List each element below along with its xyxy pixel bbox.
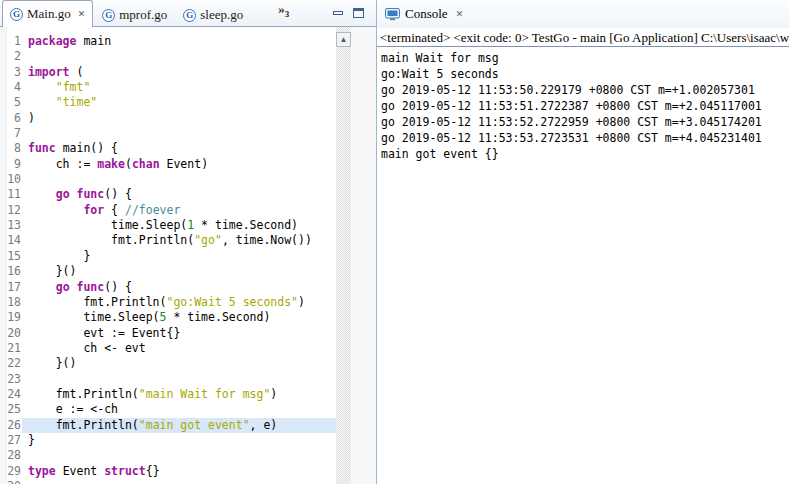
console-output-line: go 2019-05-12 11:53:52.2722959 +0800 CST…	[381, 114, 785, 130]
tab-label: sleep.go	[200, 7, 243, 23]
code-line-10[interactable]	[22, 172, 336, 187]
tab-console[interactable]: Console ✕	[377, 6, 471, 22]
code-editor: 1234567891011121314151617181920212223242…	[0, 27, 376, 484]
line-number: 25	[0, 402, 21, 417]
code-line-24[interactable]: fmt.Println("main Wait for msg")	[22, 387, 336, 402]
code-line-13[interactable]: time.Sleep(1 * time.Second)	[22, 218, 336, 233]
code-line-27[interactable]: }	[22, 433, 336, 448]
line-number: 14	[0, 233, 21, 248]
line-number: 6	[0, 111, 21, 126]
code-line-9[interactable]: ch := make(chan Event)	[22, 157, 336, 172]
editor-tab-mprof-go[interactable]: Gmprof.go	[95, 3, 174, 27]
line-number: 1	[0, 34, 21, 49]
console-panel: Console ✕ <terminated> <exit code: 0> Te…	[376, 0, 789, 484]
line-number: 27	[0, 433, 21, 448]
line-number: 28	[0, 448, 21, 463]
line-number: 20	[0, 326, 21, 341]
scroll-up-icon[interactable]: ▲	[336, 32, 351, 47]
code-line-8[interactable]: func main() {	[22, 141, 336, 156]
line-number: 23	[0, 372, 21, 387]
code-line-14[interactable]: fmt.Println("go", time.Now())	[22, 233, 336, 248]
code-line-26[interactable]: fmt.Println("main got event", e)	[22, 418, 336, 433]
code-line-22[interactable]: }()	[22, 356, 336, 371]
code-line-19[interactable]: time.Sleep(5 * time.Second)	[22, 310, 336, 325]
code-line-4[interactable]: "fmt"	[22, 80, 336, 95]
code-line-18[interactable]: fmt.Println("go:Wait 5 seconds")	[22, 295, 336, 310]
code-line-16[interactable]: }()	[22, 264, 336, 279]
code-line-23[interactable]	[22, 372, 336, 387]
console-output-line: main got event {}	[381, 146, 785, 162]
code-line-20[interactable]: evt := Event{}	[22, 326, 336, 341]
line-number: 3	[0, 65, 21, 80]
line-number: 29	[0, 464, 21, 479]
code-line-3[interactable]: import (	[22, 65, 336, 80]
console-output-line: go 2019-05-12 11:53:50.229179 +0800 CST …	[381, 82, 785, 98]
line-number: 30	[0, 479, 21, 484]
tab-label: mprof.go	[119, 7, 167, 23]
close-icon[interactable]: ✕	[456, 9, 464, 19]
editor-tab-bar: GMain.go✕Gmprof.goGsleep.go »3	[0, 0, 376, 27]
line-number: 9	[0, 157, 21, 172]
line-number: 8	[0, 141, 21, 156]
console-output[interactable]: main Wait for msggo:Wait 5 secondsgo 201…	[377, 47, 789, 165]
console-output-line: go 2019-05-12 11:53:53.2723531 +0800 CST…	[381, 130, 785, 146]
view-window-buttons	[333, 8, 364, 18]
line-number: 26	[0, 418, 21, 433]
line-number: 11	[0, 187, 21, 202]
maximize-icon[interactable]	[353, 8, 364, 18]
code-line-25[interactable]: e := <-ch	[22, 402, 336, 417]
editor-vertical-scrollbar[interactable]: ▲	[336, 27, 351, 484]
code-line-5[interactable]: "time"	[22, 95, 336, 110]
console-output-line: go 2019-05-12 11:53:51.2722387 +0800 CST…	[381, 98, 785, 114]
line-number: 17	[0, 280, 21, 295]
minimize-icon[interactable]	[333, 11, 343, 15]
line-number: 13	[0, 218, 21, 233]
code-line-29[interactable]: type Event struct{}	[22, 464, 336, 479]
code-line-30[interactable]	[22, 479, 336, 484]
code-line-2[interactable]	[22, 49, 336, 64]
console-output-line: main Wait for msg	[381, 50, 785, 66]
editor-tab-sleep-go[interactable]: Gsleep.go	[176, 3, 250, 27]
console-tab-bar: Console ✕	[377, 0, 789, 28]
code-line-12[interactable]: for { //foever	[22, 203, 336, 218]
console-icon	[385, 8, 400, 21]
console-output-line: go:Wait 5 seconds	[381, 66, 785, 82]
line-number: 24	[0, 387, 21, 402]
code-line-17[interactable]: go func() {	[22, 280, 336, 295]
go-file-icon: G	[183, 9, 196, 22]
code-line-21[interactable]: ch <- evt	[22, 341, 336, 356]
hidden-tabs-chevron-icon[interactable]: »3	[278, 1, 289, 19]
line-number: 5	[0, 95, 21, 110]
line-number: 16	[0, 264, 21, 279]
line-number: 22	[0, 356, 21, 371]
editor-tab-main-go[interactable]: GMain.go✕	[2, 0, 93, 27]
line-number: 10	[0, 172, 21, 187]
go-file-icon: G	[10, 8, 23, 21]
line-number-ruler[interactable]: 1234567891011121314151617181920212223242…	[0, 27, 21, 484]
console-content: <terminated> <exit code: 0> TestGo - mai…	[377, 28, 789, 484]
line-number: 12	[0, 203, 21, 218]
code-text-area[interactable]: package mainimport ( "fmt" "time")func m…	[22, 27, 336, 484]
line-number: 21	[0, 341, 21, 356]
code-line-6[interactable]: )	[22, 111, 336, 126]
code-line-15[interactable]: }	[22, 249, 336, 264]
line-number: 4	[0, 80, 21, 95]
code-line-1[interactable]: package main	[22, 34, 336, 49]
close-icon[interactable]: ✕	[78, 9, 86, 19]
go-file-icon: G	[102, 9, 115, 22]
editor-right-margin	[351, 27, 376, 484]
line-number: 19	[0, 310, 21, 325]
hidden-tabs-count: 3	[285, 9, 290, 19]
editor-tab-list: GMain.go✕Gmprof.goGsleep.go	[0, 0, 250, 26]
line-number: 7	[0, 126, 21, 141]
line-number: 15	[0, 249, 21, 264]
line-number: 18	[0, 295, 21, 310]
line-number: 2	[0, 49, 21, 64]
editor-panel: GMain.go✕Gmprof.goGsleep.go »3 123456789…	[0, 0, 376, 484]
console-status-line: <terminated> <exit code: 0> TestGo - mai…	[377, 28, 789, 47]
tab-label: Main.go	[27, 6, 71, 22]
code-line-7[interactable]	[22, 126, 336, 141]
console-tab-label: Console	[405, 6, 448, 22]
code-line-11[interactable]: go func() {	[22, 187, 336, 202]
code-line-28[interactable]	[22, 448, 336, 463]
